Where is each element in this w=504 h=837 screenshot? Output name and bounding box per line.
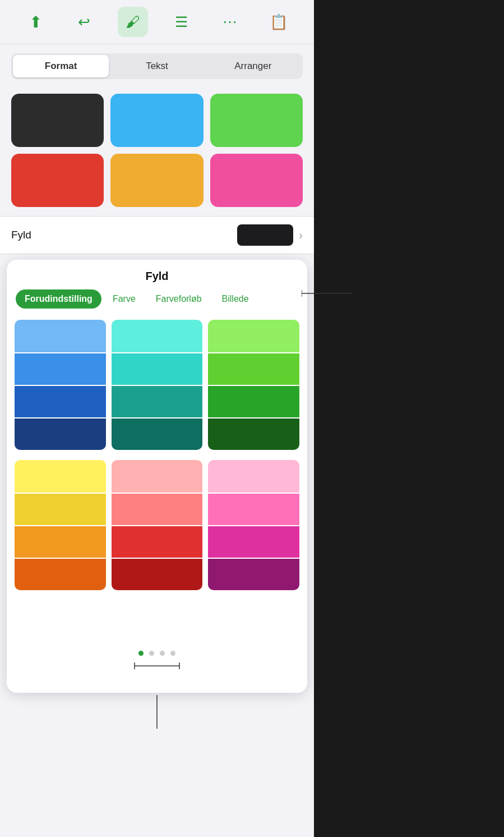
swatch-pink[interactable] xyxy=(210,154,303,207)
swatch-blue[interactable] xyxy=(110,94,203,147)
fyld-row[interactable]: Fyld › xyxy=(0,216,314,254)
fill-tabs: Forudindstilling Farve Farveforløb Bille… xyxy=(7,289,307,318)
preset-swatch[interactable] xyxy=(15,525,106,558)
bottom-annotation xyxy=(0,693,314,729)
dot-1 xyxy=(138,651,144,656)
segment-bar: Format Tekst Arranger xyxy=(11,53,303,79)
swatch-red[interactable] xyxy=(11,154,104,207)
preset-swatch[interactable] xyxy=(15,493,106,525)
text-format-icon: ☰ xyxy=(175,13,188,31)
fill-popover-title: Fyld xyxy=(7,260,307,289)
tab-arranger[interactable]: Arranger xyxy=(205,55,301,77)
smartannotation-button[interactable]: 📋 xyxy=(263,7,294,37)
tab-format[interactable]: Format xyxy=(13,55,109,77)
preset-swatch[interactable] xyxy=(15,320,106,352)
chevron-right-icon: › xyxy=(299,229,303,242)
more-button[interactable]: ⋯ xyxy=(215,7,245,37)
fill-popover: Fyld Forudindstilling Farve Farveforløb … xyxy=(7,260,307,693)
share-button[interactable]: ⬆ xyxy=(20,7,50,37)
dot-2 xyxy=(149,651,154,656)
preset-grid-row1 xyxy=(7,318,307,456)
more-icon: ⋯ xyxy=(223,13,237,31)
preset-swatch[interactable] xyxy=(15,460,106,493)
dots-bracket xyxy=(7,660,307,672)
bracket-indicator xyxy=(129,660,185,672)
tab-tekst[interactable]: Tekst xyxy=(109,55,205,77)
preset-swatch[interactable] xyxy=(208,385,299,417)
preset-swatch[interactable] xyxy=(208,525,299,558)
fyld-label: Fyld xyxy=(11,229,237,241)
preset-swatch[interactable] xyxy=(112,320,203,352)
preset-swatch[interactable] xyxy=(15,417,106,450)
preset-swatch[interactable] xyxy=(15,385,106,417)
preset-swatch[interactable] xyxy=(112,558,203,590)
undo-icon: ↩ xyxy=(78,13,90,31)
text-format-button[interactable]: ☰ xyxy=(166,7,196,37)
toolbar: ⬆ ↩ 🖌 ☰ ⋯ 📋 xyxy=(0,0,314,44)
tab-farveforloeb[interactable]: Farveforløb xyxy=(147,289,211,309)
smartannotation-icon: 📋 xyxy=(270,13,288,31)
preset-swatch[interactable] xyxy=(112,385,203,417)
tab-forudindstilling[interactable]: Forudindstilling xyxy=(16,289,101,309)
preset-swatch[interactable] xyxy=(208,417,299,450)
undo-button[interactable]: ↩ xyxy=(69,7,99,37)
preset-col-teal xyxy=(112,320,203,450)
paintbrush-icon: 🖌 xyxy=(126,13,140,31)
preset-swatch[interactable] xyxy=(208,558,299,590)
preset-col-red xyxy=(112,460,203,590)
swatch-dark[interactable] xyxy=(11,94,104,147)
preset-swatch[interactable] xyxy=(208,460,299,493)
dot-4 xyxy=(170,651,175,656)
preset-col-green xyxy=(208,320,299,450)
preset-col-blue xyxy=(15,320,106,450)
format-panel: ⬆ ↩ 🖌 ☰ ⋯ 📋 Format Tekst Arranger Fyl xyxy=(0,0,314,837)
swatch-orange[interactable] xyxy=(110,154,203,207)
preset-swatch[interactable] xyxy=(112,352,203,385)
tab-farve[interactable]: Farve xyxy=(104,289,145,309)
annotation-line xyxy=(302,288,352,299)
preset-swatch[interactable] xyxy=(112,460,203,493)
preset-swatch[interactable] xyxy=(112,417,203,450)
preset-swatch[interactable] xyxy=(15,558,106,590)
preset-swatch[interactable] xyxy=(208,320,299,352)
preset-grid-row2 xyxy=(7,456,307,596)
tab-billede[interactable]: Billede xyxy=(213,289,258,309)
dot-3 xyxy=(160,651,165,656)
annotation-vertical-line xyxy=(156,695,158,729)
fyld-color-swatch[interactable] xyxy=(237,224,293,246)
share-icon: ⬆ xyxy=(29,13,42,31)
preset-swatch[interactable] xyxy=(112,525,203,558)
paintbrush-button[interactable]: 🖌 xyxy=(118,7,148,37)
preset-swatch[interactable] xyxy=(15,352,106,385)
preset-swatch[interactable] xyxy=(112,493,203,525)
preset-col-pink xyxy=(208,460,299,590)
preset-col-yellow xyxy=(15,460,106,590)
main-swatches-grid xyxy=(0,88,314,216)
preset-swatch[interactable] xyxy=(208,352,299,385)
swatch-green[interactable] xyxy=(210,94,303,147)
preset-swatch[interactable] xyxy=(208,493,299,525)
page-dots xyxy=(7,641,307,660)
